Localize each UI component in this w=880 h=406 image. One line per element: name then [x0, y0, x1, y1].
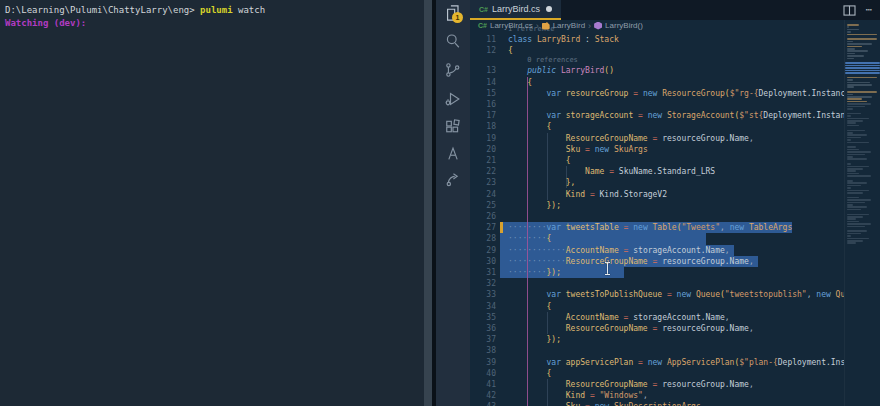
breadcrumb-class[interactable]: LarryBird [553, 21, 585, 30]
line-number[interactable]: 21 [470, 155, 496, 166]
minimap-line [847, 216, 863, 218]
line-number[interactable]: 11 [470, 34, 496, 45]
terminal-scrollbar[interactable] [424, 0, 432, 406]
line-number[interactable]: 13 [470, 65, 496, 76]
line-number[interactable]: 39 [470, 357, 496, 368]
code-line[interactable]: 36 ResourceGroupName = resourceGroup.Nam… [470, 323, 880, 335]
line-number[interactable]: 27 [470, 222, 496, 233]
line-number[interactable]: 14 [470, 77, 496, 88]
code-line[interactable]: 25 }); [470, 200, 880, 212]
code-line[interactable]: 35 AccountName = storageAccount.Name, [470, 312, 880, 324]
line-number[interactable]: 38 [470, 345, 496, 356]
line-number[interactable]: 42 [470, 390, 496, 401]
live-share-icon[interactable] [443, 170, 463, 190]
line-number[interactable]: 32 [470, 278, 496, 289]
line-number[interactable]: 15 [470, 88, 496, 99]
code-line[interactable]: 27········var tweetsTable = new Table("T… [470, 222, 880, 234]
breadcrumb-file[interactable]: LarryBird.cs [490, 21, 533, 30]
line-number[interactable]: 34 [470, 301, 496, 312]
code-line[interactable]: 28········{ [470, 233, 880, 245]
code-token [508, 290, 547, 299]
code-line[interactable]: 38 [470, 345, 880, 357]
minimap-line [847, 199, 871, 201]
line-number[interactable]: 22 [470, 166, 496, 177]
code-line[interactable]: 33 var tweetsToPublishQueue = new Queue(… [470, 289, 880, 301]
code-token: , [749, 380, 754, 389]
line-number[interactable]: 19 [470, 133, 496, 144]
code-text: { [508, 121, 551, 132]
line-number[interactable]: 23 [470, 177, 496, 188]
code-line[interactable]: 18 { [470, 121, 880, 133]
line-number[interactable]: 28 [470, 233, 496, 244]
line-number[interactable]: 29 [470, 245, 496, 256]
code-token: LarryBird [561, 66, 604, 75]
terminal-window[interactable]: D:\Learning\Pulumi\ChattyLarry\eng> pulu… [0, 0, 436, 406]
code-line[interactable]: 34 { [470, 301, 880, 313]
line-number[interactable]: 25 [470, 200, 496, 211]
code-line[interactable]: 13 public LarryBird() [470, 65, 880, 77]
line-number[interactable]: 18 [470, 121, 496, 132]
source-control-icon[interactable] [443, 60, 463, 80]
code-line[interactable]: 16 [470, 99, 880, 111]
code-line[interactable]: 31········}); [470, 267, 880, 279]
code-line[interactable]: 32 [470, 278, 880, 290]
line-number[interactable]: 16 [470, 99, 496, 110]
code-line[interactable]: 15 var resourceGroup = new ResourceGroup… [470, 88, 880, 100]
line-number[interactable]: 33 [470, 289, 496, 300]
code-line[interactable]: 20 Sku = new SkuArgs [470, 144, 880, 156]
azure-icon[interactable] [443, 144, 463, 164]
code-line[interactable]: 19 ResourceGroupName = resourceGroup.Nam… [470, 133, 880, 145]
minimap-line [847, 48, 855, 50]
line-number[interactable]: 41 [470, 379, 496, 390]
code-token: , [807, 290, 817, 299]
code-editor[interactable]: 1 reference11class LarryBird : Stack12{0… [470, 0, 880, 406]
code-line[interactable]: 14 { [470, 77, 880, 89]
code-line[interactable]: 30············ResourceGroupName = resour… [470, 256, 880, 268]
code-text: ResourceGroupName = resourceGroup.Name, [508, 323, 754, 334]
code-line[interactable]: 26 [470, 211, 880, 223]
code-line[interactable]: 41 ResourceGroupName = resourceGroup.Nam… [470, 379, 880, 391]
code-text: }); [508, 200, 561, 211]
code-line[interactable]: 22 Name = SkuName.Standard_LRS [470, 166, 880, 178]
code-line[interactable]: 23 }, [470, 177, 880, 189]
code-line[interactable]: 21 { [470, 155, 880, 167]
code-token: "tweetstopublish" [725, 290, 807, 299]
line-number[interactable]: 31 [470, 267, 496, 278]
line-number[interactable]: 40 [470, 368, 496, 379]
code-text: }, [508, 177, 575, 188]
code-line[interactable]: 42 Kind = "Windows", [470, 390, 880, 402]
code-line[interactable]: 40 { [470, 368, 880, 380]
breadcrumb-method[interactable]: LarryBird() [605, 21, 643, 30]
code-line[interactable]: 11class LarryBird : Stack [470, 34, 880, 46]
code-token: Deployment.Inst [778, 358, 850, 367]
code-token [508, 380, 566, 389]
line-number[interactable]: 43 [470, 401, 496, 406]
line-number[interactable]: 35 [470, 312, 496, 323]
code-text: { [508, 77, 532, 88]
code-line[interactable]: 17 var storageAccount = new StorageAccou… [470, 110, 880, 122]
run-and-debug-icon[interactable] [443, 89, 463, 109]
line-number[interactable]: 36 [470, 323, 496, 334]
line-number[interactable]: 12 [470, 45, 496, 56]
code-line[interactable]: 43 Sku = new SkuDescriptionArgs [470, 401, 880, 406]
code-token [508, 402, 566, 406]
line-number[interactable]: 26 [470, 211, 496, 222]
code-line[interactable]: 12{ [470, 45, 880, 57]
codelens-references[interactable]: 0 references [527, 56, 578, 65]
code-line[interactable]: 24 Kind = Kind.StorageV2 [470, 189, 880, 201]
line-number[interactable]: 30 [470, 256, 496, 267]
line-number[interactable]: 17 [470, 110, 496, 121]
minimap-line [847, 77, 877, 79]
minimap-line [847, 96, 872, 98]
minimap-line [847, 50, 868, 52]
code-line[interactable]: 29············AccountName = storageAccou… [470, 245, 880, 257]
line-number[interactable]: 37 [470, 334, 496, 345]
code-line[interactable]: 39 var appServicePlan = new AppServicePl… [470, 357, 880, 369]
minimap[interactable] [844, 20, 880, 406]
code-token: ResourceGroupName [566, 380, 648, 389]
code-line[interactable]: 37 }); [470, 334, 880, 346]
line-number[interactable]: 24 [470, 189, 496, 200]
search-icon[interactable] [443, 31, 463, 51]
line-number[interactable]: 20 [470, 144, 496, 155]
extensions-icon[interactable] [443, 118, 463, 138]
